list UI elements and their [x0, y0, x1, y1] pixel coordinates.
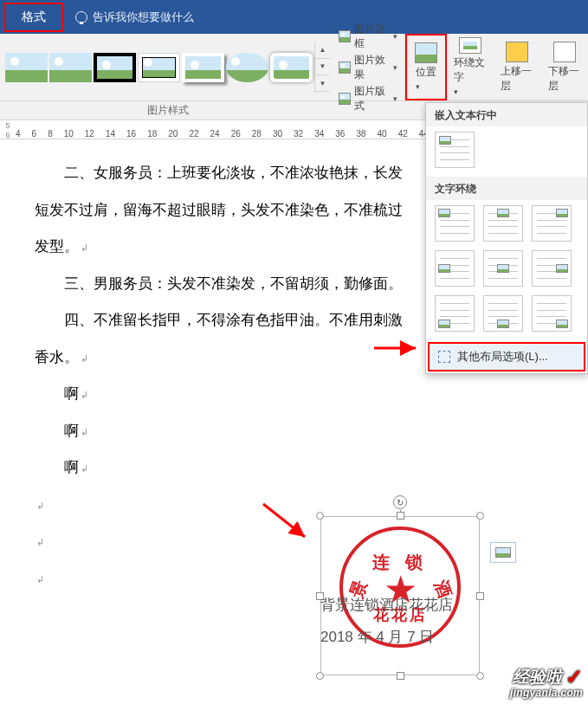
position-option[interactable] — [483, 295, 523, 332]
resize-handle[interactable] — [476, 592, 484, 600]
pic-style-option[interactable] — [49, 53, 92, 82]
picture-layout-button[interactable]: 图片版式▾ — [339, 84, 397, 113]
ribbon: ▲▼▼ 图片边框▾ 图片效果▾ 图片版式▾ 位置▾ 环绕文字▾ 上移一层 下移一… — [0, 34, 588, 101]
more-layout-highlight: 其他布局选项(L)... — [428, 342, 585, 371]
position-option[interactable] — [435, 295, 475, 332]
rotate-handle[interactable]: ↻ — [393, 495, 407, 509]
pic-style-option[interactable] — [5, 53, 48, 82]
picture-border-button[interactable]: 图片边框▾ — [339, 22, 397, 51]
resize-handle[interactable] — [397, 512, 404, 520]
arrange-group: 位置▾ 环绕文字▾ 上移一层 下移一层 — [405, 34, 588, 100]
pic-style-option[interactable] — [270, 53, 313, 82]
paragraph-mark: ↲ — [81, 463, 88, 474]
paragraph-mark: ↲ — [36, 501, 44, 511]
gallery-expand[interactable]: ▲▼▼ — [314, 42, 330, 93]
position-option[interactable] — [483, 250, 523, 287]
annotation-arrow — [260, 501, 312, 544]
paragraph: 啊↲ — [35, 376, 567, 413]
position-option[interactable] — [532, 250, 572, 287]
paragraph-mark: ↲ — [81, 427, 88, 437]
bring-forward-button[interactable]: 上移一层 — [494, 34, 540, 100]
forward-icon — [506, 42, 528, 62]
pic-style-option[interactable] — [138, 53, 180, 82]
position-option[interactable] — [435, 250, 475, 287]
picture-tools-group: 图片边框▾ 图片效果▾ 图片版式▾ — [332, 34, 405, 100]
pic-style-option[interactable] — [226, 53, 268, 82]
paragraph-mark: ↲ — [36, 574, 44, 585]
bulb-icon — [75, 11, 87, 23]
text-behind-seal: 背景连锁酒店花花店 2018 年 4 月 7 日 — [320, 589, 453, 654]
vertical-ruler-snippet: 56 — [2, 120, 14, 139]
resize-handle[interactable] — [397, 672, 404, 680]
tell-me-placeholder: 告诉我你想要做什么 — [93, 10, 194, 25]
effects-icon — [339, 61, 351, 74]
paragraph-mark: ↲ — [81, 390, 88, 400]
dropdown-header-inline: 嵌入文本行中 — [426, 103, 587, 126]
resize-handle[interactable] — [316, 512, 324, 520]
position-option[interactable] — [435, 205, 475, 242]
pic-style-option[interactable] — [94, 53, 136, 82]
wrap-text-button[interactable]: 环绕文字▾ — [447, 34, 494, 100]
more-layout-options[interactable]: 其他布局选项(L)... — [430, 344, 584, 370]
position-icon — [415, 42, 437, 63]
tell-me-search[interactable]: 告诉我你想要做什么 — [75, 10, 194, 25]
paragraph: ↲ — [35, 560, 567, 597]
picture-styles-gallery[interactable]: ▲▼▼ — [0, 34, 332, 100]
annotation-arrow — [372, 339, 421, 357]
resize-handle[interactable] — [476, 512, 484, 520]
position-dropdown: 嵌入文本行中 文字环绕 其他布局选项(L)... — [425, 102, 588, 374]
send-backward-button[interactable]: 下移一层 — [541, 34, 588, 100]
picture-effects-button[interactable]: 图片效果▾ — [339, 53, 397, 82]
position-option[interactable] — [483, 205, 523, 242]
dropdown-header-wrap: 文字环绕 — [426, 177, 587, 200]
paragraph: 啊↲ — [35, 449, 567, 487]
layout-icon — [339, 93, 351, 105]
paragraph: 啊↲ — [35, 413, 567, 450]
svg-line-1 — [263, 504, 305, 537]
position-option[interactable] — [532, 205, 572, 242]
wrap-icon — [459, 37, 481, 54]
resize-handle[interactable] — [316, 672, 324, 680]
window-titlebar: 格式 告诉我你想要做什么 — [0, 0, 588, 34]
paragraph-mark: ↲ — [81, 242, 88, 253]
layout-options-floater[interactable] — [490, 542, 516, 563]
position-option-inline[interactable] — [435, 132, 475, 168]
watermark-logo: 经验啦 ✓ jingyanla.com — [510, 664, 583, 699]
layout-options-icon — [438, 351, 450, 363]
resize-handle[interactable] — [476, 672, 484, 680]
position-option[interactable] — [532, 295, 572, 332]
paragraph-mark: ↲ — [36, 537, 44, 547]
layout-icon — [495, 547, 511, 558]
check-icon: ✓ — [565, 666, 583, 688]
backward-icon — [553, 42, 576, 62]
section-label-styles: 图片样式 — [0, 101, 336, 119]
pic-style-option[interactable] — [182, 53, 224, 82]
position-button[interactable]: 位置▾ — [405, 34, 447, 100]
tab-format[interactable]: 格式 — [4, 3, 63, 32]
border-icon — [339, 30, 351, 42]
paragraph-mark: ↲ — [81, 353, 88, 364]
